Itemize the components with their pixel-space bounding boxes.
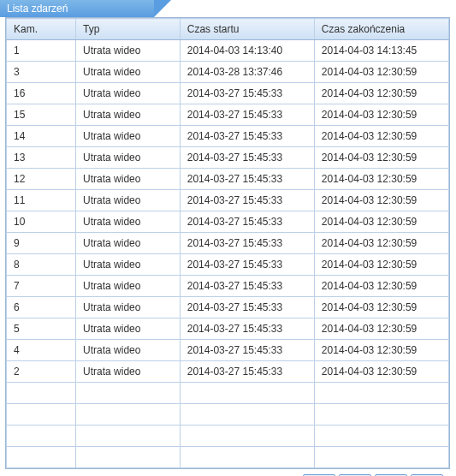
cell-start: 2014-03-27 15:45:33 (180, 83, 314, 104)
cell-end: 2014-04-03 14:13:45 (314, 40, 448, 62)
cell-type: Utrata wideo (76, 83, 181, 104)
cell-type: Utrata wideo (76, 318, 181, 340)
cell-cam: 2 (7, 361, 76, 383)
cell-empty (76, 447, 181, 468)
col-header-start-time[interactable]: Czas startu (180, 19, 314, 40)
cell-empty (180, 383, 314, 404)
table-row-empty (7, 404, 449, 425)
table-row[interactable]: 8Utrata wideo2014-03-27 15:45:332014-04-… (7, 254, 449, 276)
cell-end: 2014-04-03 12:30:59 (314, 169, 448, 190)
cell-end: 2014-04-03 12:30:59 (314, 340, 448, 361)
cell-start: 2014-03-27 15:45:33 (180, 361, 314, 383)
cell-cam: 4 (7, 340, 76, 361)
cell-type: Utrata wideo (76, 340, 181, 361)
cell-end: 2014-04-03 12:30:59 (314, 276, 448, 297)
cell-empty (180, 425, 314, 447)
cell-start: 2014-03-27 15:45:33 (180, 233, 314, 254)
cell-start: 2014-03-27 15:45:33 (180, 211, 314, 233)
cell-type: Utrata wideo (76, 233, 181, 254)
events-table-wrap: Kam. Typ Czas startu Czas zakończenia 1U… (5, 17, 450, 469)
table-row-empty (7, 383, 449, 404)
cell-start: 2014-03-27 15:45:33 (180, 318, 314, 340)
table-row[interactable]: 16Utrata wideo2014-03-27 15:45:332014-04… (7, 83, 449, 104)
cell-end: 2014-04-03 12:30:59 (314, 147, 448, 169)
table-row[interactable]: 7Utrata wideo2014-03-27 15:45:332014-04-… (7, 276, 449, 297)
table-row[interactable]: 9Utrata wideo2014-03-27 15:45:332014-04-… (7, 233, 449, 254)
cell-cam: 13 (7, 147, 76, 169)
cell-cam: 7 (7, 276, 76, 297)
cell-start: 2014-03-27 15:45:33 (180, 340, 314, 361)
col-header-end-time[interactable]: Czas zakończenia (314, 19, 448, 40)
cell-start: 2014-03-28 13:37:46 (180, 62, 314, 83)
table-row[interactable]: 12Utrata wideo2014-03-27 15:45:332014-04… (7, 169, 449, 190)
cell-empty (76, 404, 181, 425)
table-footer: 1/1 (5, 469, 450, 476)
cell-start: 2014-03-27 15:45:33 (180, 104, 314, 126)
cell-cam: 11 (7, 190, 76, 211)
cell-end: 2014-04-03 12:30:59 (314, 361, 448, 383)
table-row-empty (7, 425, 449, 447)
cell-type: Utrata wideo (76, 276, 181, 297)
cell-start: 2014-03-27 15:45:33 (180, 297, 314, 318)
cell-empty (7, 383, 76, 404)
table-row[interactable]: 2Utrata wideo2014-03-27 15:45:332014-04-… (7, 361, 449, 383)
cell-cam: 3 (7, 62, 76, 83)
table-header-row: Kam. Typ Czas startu Czas zakończenia (7, 19, 449, 40)
cell-empty (76, 383, 181, 404)
cell-empty (76, 425, 181, 447)
cell-type: Utrata wideo (76, 190, 181, 211)
cell-cam: 12 (7, 169, 76, 190)
cell-cam: 9 (7, 233, 76, 254)
cell-type: Utrata wideo (76, 211, 181, 233)
cell-end: 2014-04-03 12:30:59 (314, 254, 448, 276)
cell-start: 2014-04-03 14:13:40 (180, 40, 314, 62)
cell-type: Utrata wideo (76, 169, 181, 190)
table-row[interactable]: 10Utrata wideo2014-03-27 15:45:332014-04… (7, 211, 449, 233)
cell-empty (314, 425, 448, 447)
cell-end: 2014-04-03 12:30:59 (314, 62, 448, 83)
cell-end: 2014-04-03 12:30:59 (314, 104, 448, 126)
panel-title: Lista zdarzeń (0, 0, 154, 17)
cell-end: 2014-04-03 12:30:59 (314, 83, 448, 104)
cell-empty (180, 404, 314, 425)
cell-empty (7, 425, 76, 447)
table-row[interactable]: 14Utrata wideo2014-03-27 15:45:332014-04… (7, 126, 449, 147)
cell-start: 2014-03-27 15:45:33 (180, 254, 314, 276)
table-row[interactable]: 4Utrata wideo2014-03-27 15:45:332014-04-… (7, 340, 449, 361)
cell-cam: 16 (7, 83, 76, 104)
cell-type: Utrata wideo (76, 40, 181, 62)
cell-start: 2014-03-27 15:45:33 (180, 276, 314, 297)
col-header-type[interactable]: Typ (76, 19, 181, 40)
cell-cam: 5 (7, 318, 76, 340)
cell-end: 2014-04-03 12:30:59 (314, 233, 448, 254)
table-row[interactable]: 5Utrata wideo2014-03-27 15:45:332014-04-… (7, 318, 449, 340)
cell-type: Utrata wideo (76, 254, 181, 276)
cell-end: 2014-04-03 12:30:59 (314, 190, 448, 211)
cell-end: 2014-04-03 12:30:59 (314, 126, 448, 147)
cell-end: 2014-04-03 12:30:59 (314, 211, 448, 233)
col-header-camera[interactable]: Kam. (7, 19, 76, 40)
cell-empty (7, 404, 76, 425)
cell-type: Utrata wideo (76, 62, 181, 83)
cell-end: 2014-04-03 12:30:59 (314, 297, 448, 318)
table-row[interactable]: 6Utrata wideo2014-03-27 15:45:332014-04-… (7, 297, 449, 318)
cell-type: Utrata wideo (76, 147, 181, 169)
table-row[interactable]: 3Utrata wideo2014-03-28 13:37:462014-04-… (7, 62, 449, 83)
cell-type: Utrata wideo (76, 361, 181, 383)
cell-cam: 14 (7, 126, 76, 147)
table-row[interactable]: 1Utrata wideo2014-04-03 14:13:402014-04-… (7, 40, 449, 62)
events-table: Kam. Typ Czas startu Czas zakończenia 1U… (6, 18, 449, 468)
cell-cam: 8 (7, 254, 76, 276)
cell-empty (314, 447, 448, 468)
cell-empty (314, 383, 448, 404)
cell-empty (314, 404, 448, 425)
table-row[interactable]: 13Utrata wideo2014-03-27 15:45:332014-04… (7, 147, 449, 169)
cell-start: 2014-03-27 15:45:33 (180, 126, 314, 147)
cell-cam: 1 (7, 40, 76, 62)
table-row[interactable]: 11Utrata wideo2014-03-27 15:45:332014-04… (7, 190, 449, 211)
table-row[interactable]: 15Utrata wideo2014-03-27 15:45:332014-04… (7, 104, 449, 126)
table-row-empty (7, 447, 449, 468)
cell-start: 2014-03-27 15:45:33 (180, 147, 314, 169)
cell-empty (7, 447, 76, 468)
cell-type: Utrata wideo (76, 126, 181, 147)
